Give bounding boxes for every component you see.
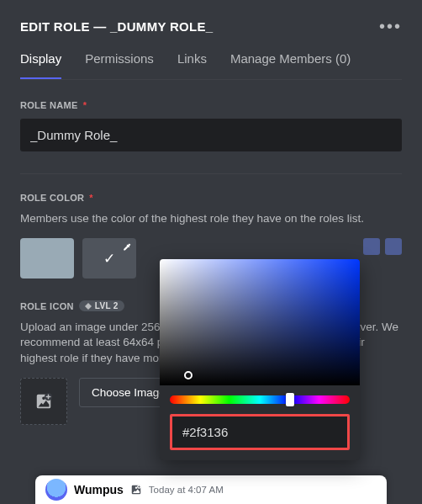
tab-permissions[interactable]: Permissions — [85, 51, 154, 79]
role-name-label: ROLE NAME * — [20, 100, 402, 110]
boost-level-badge: LVL 2 — [79, 300, 124, 311]
sv-handle[interactable] — [184, 371, 193, 379]
preview-username: Wumpus — [74, 483, 124, 496]
add-image-icon — [34, 392, 53, 411]
role-name-label-text: ROLE NAME — [20, 100, 78, 110]
more-options-icon[interactable]: ••• — [379, 17, 402, 36]
eyedropper-icon — [122, 241, 132, 256]
preview-timestamp: Today at 4:07 AM — [149, 485, 224, 495]
preset-color-swatch[interactable] — [363, 238, 380, 255]
role-icon-label-text: ROLE ICON — [20, 301, 74, 311]
required-asterisk-icon: * — [83, 100, 87, 110]
role-name-input[interactable] — [20, 119, 402, 151]
color-picker-popover — [160, 259, 360, 460]
role-color-label-text: ROLE COLOR — [20, 193, 84, 203]
hue-handle[interactable] — [286, 393, 294, 406]
tab-bar: Display Permissions Links Manage Members… — [20, 51, 402, 80]
svg-marker-0 — [85, 303, 92, 310]
page-title: EDIT ROLE — _DUMMY ROLE_ — [20, 19, 213, 34]
custom-color-swatch[interactable]: ✓ — [82, 238, 136, 279]
required-asterisk-icon: * — [89, 193, 93, 203]
role-color-label: ROLE COLOR * — [20, 193, 402, 203]
default-color-swatch[interactable] — [20, 238, 74, 279]
avatar — [45, 479, 67, 501]
hex-input-highlight — [170, 414, 350, 450]
upload-image-box[interactable] — [20, 378, 67, 425]
check-icon: ✓ — [103, 250, 115, 268]
boost-gem-icon — [85, 303, 92, 310]
hex-color-input[interactable] — [172, 416, 347, 448]
role-icon-preview-badge — [130, 482, 142, 497]
saturation-value-field[interactable] — [160, 259, 360, 385]
role-color-helper: Members use the color of the highest rol… — [20, 211, 402, 226]
boost-level-text: LVL 2 — [95, 301, 119, 310]
tab-display[interactable]: Display — [20, 51, 61, 79]
section-divider — [20, 173, 402, 174]
hue-slider[interactable] — [170, 395, 350, 404]
tab-links[interactable]: Links — [177, 51, 207, 79]
role-preview-card: Wumpus Today at 4:07 AM — [35, 475, 387, 504]
preset-color-swatch[interactable] — [385, 238, 402, 255]
tab-manage-members[interactable]: Manage Members (0) — [230, 51, 351, 79]
